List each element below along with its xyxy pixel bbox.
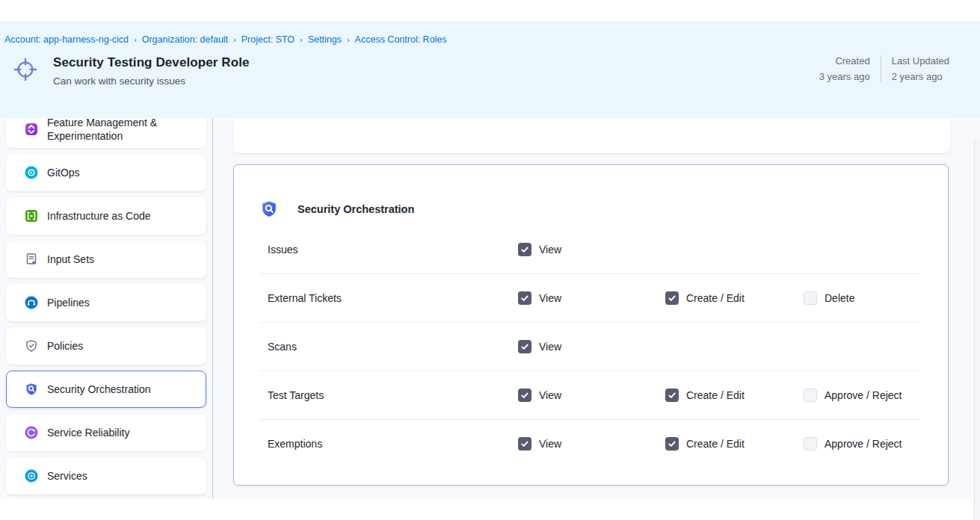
scrolled-card-bottom xyxy=(233,118,950,153)
security-orchestration-icon xyxy=(260,200,278,218)
permission-cell: View xyxy=(518,340,561,353)
sidebar-item-label: Security Orchestration xyxy=(47,383,151,396)
breadcrumb-separator-icon: › xyxy=(134,35,137,44)
policies-icon xyxy=(25,339,38,353)
sidebar-item-policies[interactable]: Policies xyxy=(6,327,206,365)
permission-cell: Create / Edit xyxy=(665,437,745,451)
permission-row-external-tickets: External TicketsViewCreate / EditDelete xyxy=(260,273,922,322)
checked-checkbox[interactable] xyxy=(518,340,531,353)
permission-cell: Approve / Reject xyxy=(804,389,902,402)
sidebar-item-label: GitOps xyxy=(47,166,80,179)
meta-value: 3 years ago xyxy=(819,71,870,82)
breadcrumb-separator-icon: › xyxy=(347,35,350,44)
page-scrollbar[interactable] xyxy=(974,139,980,520)
checked-checkbox[interactable] xyxy=(518,437,531,451)
permission-cell: Approve / Reject xyxy=(804,437,902,451)
page-header: Account: app-harness-ng-cicd›Organizatio… xyxy=(0,21,980,118)
sidebar-item-label: Service Reliability xyxy=(47,426,129,439)
checked-checkbox[interactable] xyxy=(518,291,531,305)
sidebar-item-label: Infrastructure as Code xyxy=(47,209,151,223)
meta-value: 2 years ago xyxy=(892,71,949,82)
permission-row-test-targets: Test TargetsViewCreate / EditApprove / R… xyxy=(260,371,922,419)
sidebar-item-label: Pipelines xyxy=(47,296,90,309)
resource-label: Exemptions xyxy=(268,438,322,450)
permission-rows: IssuesViewExternal TicketsViewCreate / E… xyxy=(234,225,948,468)
permission-label: View xyxy=(539,438,561,450)
resource-label: Issues xyxy=(268,244,298,256)
resource-label: Scans xyxy=(268,341,297,353)
infrastructure-icon xyxy=(25,209,38,223)
sidebar-item-feature-management-experimentation[interactable]: Feature Management & Experimentation xyxy=(6,118,206,148)
security-orchestration-icon xyxy=(25,383,38,396)
sidebar-item-security-orchestration[interactable]: Security Orchestration xyxy=(6,371,206,408)
permission-cell: View xyxy=(518,389,561,402)
checked-checkbox[interactable] xyxy=(665,389,679,402)
last-updated-meta: Last Updated2 years ago xyxy=(892,55,949,82)
checked-checkbox[interactable] xyxy=(665,437,679,451)
breadcrumb-separator-icon: › xyxy=(233,35,236,44)
resource-sidebar: Feature Management & ExperimentationGitO… xyxy=(0,118,213,499)
sidebar-item-label: Services xyxy=(47,469,87,483)
app-root: Account: app-harness-ng-cicd›Organizatio… xyxy=(0,0,980,520)
permission-label: Approve / Reject xyxy=(825,438,902,450)
breadcrumb-link[interactable]: Organization: default xyxy=(142,34,228,45)
resource-label: External Tickets xyxy=(268,292,342,304)
permission-cell: View xyxy=(518,243,561,256)
meta-block: Created3 years agoLast Updated2 years ag… xyxy=(819,55,949,82)
pipelines-icon xyxy=(25,296,38,309)
meta-label: Created xyxy=(819,55,870,66)
unchecked-checkbox[interactable] xyxy=(804,389,817,402)
permission-cell: Create / Edit xyxy=(665,291,745,305)
services-icon xyxy=(25,469,38,483)
breadcrumb: Account: app-harness-ng-cicd›Organizatio… xyxy=(4,28,980,45)
unchecked-checkbox[interactable] xyxy=(804,437,817,451)
meta-divider xyxy=(881,55,881,82)
breadcrumb-separator-icon: › xyxy=(300,35,303,44)
meta-label: Last Updated xyxy=(892,55,949,66)
browser-white-strip xyxy=(0,0,980,21)
permission-label: Create / Edit xyxy=(686,438,745,450)
breadcrumb-link[interactable]: Project: STO xyxy=(241,34,295,45)
sidebar-item-service-reliability[interactable]: Service Reliability xyxy=(6,414,206,451)
unchecked-checkbox[interactable] xyxy=(804,291,817,305)
sidebar-item-infrastructure-as-code[interactable]: Infrastructure as Code xyxy=(6,197,206,235)
sidebar-item-label: Policies xyxy=(47,339,83,353)
permission-label: Approve / Reject xyxy=(825,389,902,401)
page-title: Security Testing Developer Role xyxy=(53,55,819,70)
input-sets-icon xyxy=(25,253,38,266)
service-reliability-icon xyxy=(25,426,38,439)
panel-header: Security Orchestration xyxy=(234,165,948,225)
breadcrumb-link[interactable]: Settings xyxy=(308,34,342,45)
permission-row-scans: ScansView xyxy=(260,322,922,371)
permission-cell: View xyxy=(518,437,561,451)
permission-row-issues: IssuesView xyxy=(260,225,922,273)
sidebar-item-pipelines[interactable]: Pipelines xyxy=(6,284,206,321)
permission-label: View xyxy=(539,389,561,401)
permission-cell: Create / Edit xyxy=(665,389,745,402)
permission-label: View xyxy=(539,244,561,256)
panel-title: Security Orchestration xyxy=(298,203,414,215)
permission-label: View xyxy=(539,341,561,353)
permission-label: Create / Edit xyxy=(686,389,745,401)
security-orchestration-panel: Security Orchestration IssuesViewExterna… xyxy=(233,164,949,486)
permission-label: Delete xyxy=(825,292,854,304)
page-subtitle: Can work with security issues xyxy=(53,75,819,87)
created-meta: Created3 years ago xyxy=(819,55,870,82)
breadcrumb-link[interactable]: Access Control: Roles xyxy=(355,34,447,45)
permission-row-exemptions: ExemptionsViewCreate / EditApprove / Rej… xyxy=(260,419,922,468)
checked-checkbox[interactable] xyxy=(665,291,679,305)
main-column: Security Orchestration IssuesViewExterna… xyxy=(213,118,980,499)
permission-label: Create / Edit xyxy=(686,292,745,304)
checked-checkbox[interactable] xyxy=(518,243,531,256)
permission-cell: Delete xyxy=(804,291,854,305)
gitops-icon xyxy=(25,166,38,179)
feature-flags-icon xyxy=(25,123,38,136)
sidebar-item-services[interactable]: Services xyxy=(6,457,206,495)
sidebar-item-input-sets[interactable]: Input Sets xyxy=(6,241,206,278)
breadcrumb-link[interactable]: Account: app-harness-ng-cicd xyxy=(4,34,129,45)
permission-cell: View xyxy=(518,291,561,305)
checked-checkbox[interactable] xyxy=(518,389,531,402)
permission-label: View xyxy=(539,292,561,304)
sidebar-item-gitops[interactable]: GitOps xyxy=(6,154,206,191)
sidebar-item-label: Feature Management & Experimentation xyxy=(47,118,198,143)
